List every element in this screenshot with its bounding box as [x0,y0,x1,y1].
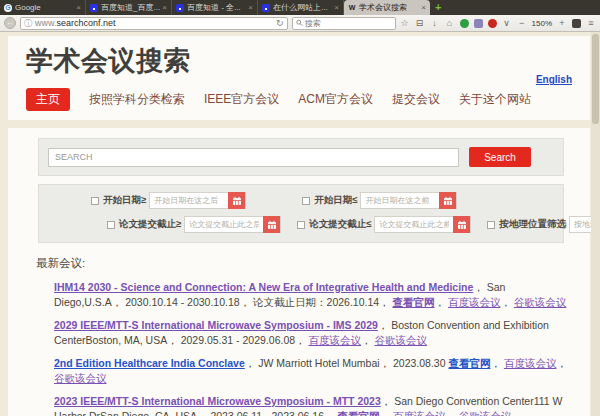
extension-icon[interactable] [474,19,483,28]
nav-item-2[interactable]: IEEE官方会议 [204,91,279,108]
adblock-icon[interactable] [488,19,497,28]
conference-link-baidu[interactable]: 百度该会议 [393,410,446,416]
tab-close-icon[interactable]: × [162,3,167,12]
filter-checkbox[interactable] [107,221,115,229]
reload-icon[interactable]: ↻ [276,18,284,28]
browser-tab[interactable]: 百度知道_百度...× [86,0,172,15]
conference-entry: IHM14 2030 - Science and Connection: A N… [54,280,568,310]
filter-checkbox[interactable] [302,197,310,205]
tab-close-icon[interactable]: × [334,3,339,12]
privacy-badge-icon[interactable] [460,19,469,28]
filter-checkbox[interactable] [91,197,99,205]
library-icon[interactable]: ⊟ [415,18,425,28]
filter-input[interactable] [150,196,228,205]
conference-title-link[interactable]: 2029 IEEE/MTT-S International Microwave … [54,319,378,331]
conference-link-google[interactable]: 谷歌该会议 [374,334,427,346]
conference-link-official[interactable]: 查看官网 [337,410,379,416]
page-title: 学术会议搜索 [26,43,574,79]
download-icon[interactable]: ↓ [430,18,440,28]
conference-link-google[interactable]: 谷歌该会议 [459,410,512,416]
zoom-in-icon[interactable]: + [557,18,567,28]
filter-input[interactable] [361,196,439,205]
browser-search-input[interactable] [305,19,392,28]
zoom-level-indicator[interactable]: 150% [532,19,552,28]
search-input[interactable] [48,148,459,167]
conference-link-baidu[interactable]: 百度该会议 [504,357,557,369]
magnifier-icon [296,19,303,27]
baidu-favicon [262,4,270,12]
back-button[interactable]: ← [4,17,16,29]
home-icon[interactable]: ⌂ [445,18,455,28]
tab-title: 百度知道 - 全... [187,2,246,13]
conference-title-link[interactable]: 2023 IEEE/MTT-S International Microwave … [54,395,381,407]
main-nav: 主页按照学科分类检索IEEE官方会议ACM官方会议提交会议关于这个网站 [26,88,574,111]
nav-item-5[interactable]: 关于这个网站 [459,91,531,108]
calendar-icon[interactable] [439,192,456,209]
browser-toolbar: ← ⓘ www. searchconf.net ↻ ☆⊟↓⌂∨−150%+≡ [0,15,600,32]
calendar-icon[interactable] [453,216,470,233]
menu-icon[interactable]: ≡ [586,18,596,28]
conference-meta: ， JW Marriott Hotel Mumbai， 2023.08.30 [245,357,449,369]
tab-close-icon[interactable]: × [421,3,426,12]
zoom-out-icon[interactable]: − [517,18,527,28]
search-button[interactable]: Search [469,147,531,167]
conference-link-baidu[interactable]: 百度该会议 [308,334,361,346]
filter-label: 论文提交截止≤ [309,218,371,231]
filter-checkbox[interactable] [487,221,495,229]
site-identity-icon[interactable]: ⓘ [24,18,32,29]
conference-link-official[interactable]: 查看官网 [448,357,490,369]
conference-title-link[interactable]: 2nd Edition Healthcare India Conclave [54,357,245,369]
page-scrollbar[interactable] [591,32,600,416]
browser-window: GGoogle×百度知道_百度...×百度知道 - 全...×在什么网站上...… [0,0,600,416]
filter-input[interactable] [375,220,453,229]
filter-label: 按地理位置筛选 [499,218,566,231]
english-language-link[interactable]: English [536,74,572,85]
filter-input[interactable] [185,220,263,229]
main-content: Search 开始日期≥开始日期≤论文提交截止≥论文提交截止≤按地理位置筛选 最… [8,128,590,416]
tab-close-icon[interactable]: × [248,3,253,12]
filter-label: 开始日期≤ [314,194,357,207]
pocket-icon[interactable] [572,19,581,28]
conference-link-baidu[interactable]: 百度该会议 [448,296,501,308]
separator: ， [445,410,458,416]
nav-item-4[interactable]: 提交会议 [392,91,440,108]
filter-row: 论文提交截止≥论文提交截止≤按地理位置筛选 [45,216,557,233]
scrollbar-thumb[interactable] [592,34,599,124]
conference-title-link[interactable]: IHM14 2030 - Science and Connection: A N… [54,281,473,293]
browser-tab[interactable]: W学术会议搜索× [344,0,430,15]
tab-close-icon[interactable]: × [76,3,81,12]
browser-tab[interactable]: 百度知道 - 全...× [172,0,258,15]
browser-tab[interactable]: 在什么网站上...× [258,0,344,15]
conference-listing: 最新会议: IHM14 2030 - Science and Connectio… [8,243,590,416]
filter-date: 开始日期≤ [302,192,457,209]
latest-conferences-heading: 最新会议: [36,256,568,271]
calendar-icon[interactable] [228,192,245,209]
nav-item-0[interactable]: 主页 [26,88,70,111]
w-favicon: W [348,4,356,12]
web-page: 学术会议搜索 English 主页按照学科分类检索IEEE官方会议ACM官方会议… [0,32,600,416]
filter-input-wrap [360,192,457,209]
tab-strip: GGoogle×百度知道_百度...×百度知道 - 全...×在什么网站上...… [0,0,600,15]
nav-item-1[interactable]: 按照学科分类检索 [89,91,185,108]
filter-input-wrap [184,216,281,233]
overflow-caret-icon[interactable]: ∨ [502,18,512,28]
separator: ， [500,296,513,308]
browser-search-field[interactable] [292,17,396,30]
nav-item-3[interactable]: ACM官方会议 [298,91,373,108]
separator: ， [556,357,567,369]
search-panel: Search [38,138,564,176]
conference-list: IHM14 2030 - Science and Connection: A N… [36,280,568,416]
browser-tab[interactable]: GGoogle× [0,0,86,15]
new-tab-button[interactable]: + [430,0,446,15]
filter-location: 按地理位置筛选 [487,216,600,233]
bookmark-star-icon[interactable]: ☆ [400,18,410,28]
google-favicon: G [4,4,12,12]
conference-link-google[interactable]: 谷歌该会议 [54,372,107,384]
conference-link-official[interactable]: 查看官网 [393,296,435,308]
url-bar[interactable]: ⓘ www. searchconf.net ↻ [20,17,288,30]
conference-link-google[interactable]: 谷歌该会议 [514,296,567,308]
calendar-icon[interactable] [263,216,280,233]
conference-entry: 2nd Edition Healthcare India Conclave， J… [54,356,568,386]
filter-checkbox[interactable] [297,221,305,229]
filter-date: 开始日期≥ [91,192,246,209]
